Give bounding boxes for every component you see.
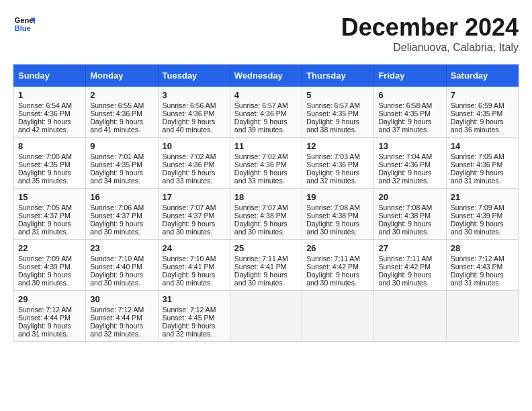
sunset-label: Sunset: 4:39 PM: [451, 212, 503, 220]
calendar-cell: 22 Sunrise: 7:09 AM Sunset: 4:39 PM Dayl…: [14, 240, 86, 291]
day-number: 30: [90, 294, 153, 304]
daylight-label: Daylight: 9 hours and 30 minutes.: [306, 271, 359, 287]
location-title: Delianuova, Calabria, Italy: [341, 42, 519, 54]
sunrise-label: Sunrise: 6:55 AM: [90, 101, 144, 109]
daylight-label: Daylight: 9 hours and 31 minutes.: [451, 271, 504, 287]
calendar-cell: 19 Sunrise: 7:08 AM Sunset: 4:38 PM Dayl…: [302, 189, 374, 240]
daylight-label: Daylight: 9 hours and 30 minutes.: [378, 220, 431, 236]
daylight-label: Daylight: 9 hours and 30 minutes.: [234, 271, 287, 287]
day-number: 8: [18, 141, 81, 151]
col-wednesday: Wednesday: [230, 65, 302, 87]
sunrise-label: Sunrise: 7:11 AM: [234, 255, 288, 263]
calendar-cell: 25 Sunrise: 7:11 AM Sunset: 4:41 PM Dayl…: [230, 240, 302, 291]
calendar-cell: 20 Sunrise: 7:08 AM Sunset: 4:38 PM Dayl…: [374, 189, 446, 240]
daylight-label: Daylight: 9 hours and 33 minutes.: [163, 169, 216, 185]
day-number: 14: [451, 141, 514, 151]
sunrise-label: Sunrise: 6:59 AM: [451, 101, 504, 109]
sunrise-label: Sunrise: 7:05 AM: [451, 152, 504, 161]
sunrise-label: Sunrise: 6:57 AM: [234, 101, 288, 109]
sunset-label: Sunset: 4:37 PM: [18, 212, 71, 220]
day-number: 31: [163, 294, 226, 304]
sunset-label: Sunset: 4:37 PM: [90, 212, 142, 220]
day-number: 28: [451, 243, 514, 253]
daylight-label: Daylight: 9 hours and 38 minutes.: [306, 118, 359, 134]
sunset-label: Sunset: 4:35 PM: [378, 109, 431, 118]
col-sunday: Sunday: [14, 65, 86, 87]
col-saturday: Saturday: [446, 65, 518, 87]
day-number: 18: [234, 192, 298, 202]
daylight-label: Daylight: 9 hours and 32 minutes.: [306, 169, 359, 185]
daylight-label: Daylight: 9 hours and 35 minutes.: [18, 169, 71, 185]
day-number: 19: [306, 192, 369, 202]
col-thursday: Thursday: [302, 65, 374, 87]
calendar-cell: [446, 291, 518, 342]
calendar-cell: 6 Sunrise: 6:58 AM Sunset: 4:35 PM Dayli…: [374, 87, 446, 138]
svg-text:Blue: Blue: [15, 24, 31, 32]
calendar-body: 1 Sunrise: 6:54 AM Sunset: 4:36 PM Dayli…: [14, 87, 519, 342]
day-number: 21: [451, 192, 514, 202]
sunrise-label: Sunrise: 7:06 AM: [90, 203, 144, 212]
daylight-label: Daylight: 9 hours and 31 minutes.: [18, 220, 71, 236]
calendar-cell: 11 Sunrise: 7:02 AM Sunset: 4:36 PM Dayl…: [230, 138, 302, 189]
calendar-row: 15 Sunrise: 7:05 AM Sunset: 4:37 PM Dayl…: [14, 189, 519, 240]
sunset-label: Sunset: 4:42 PM: [378, 263, 431, 271]
calendar-cell: 28 Sunrise: 7:12 AM Sunset: 4:43 PM Dayl…: [446, 240, 518, 291]
calendar-cell: [302, 291, 374, 342]
calendar-cell: [374, 291, 446, 342]
calendar-row: 22 Sunrise: 7:09 AM Sunset: 4:39 PM Dayl…: [14, 240, 519, 291]
sunrise-label: Sunrise: 7:08 AM: [378, 203, 432, 212]
sunset-label: Sunset: 4:38 PM: [234, 212, 287, 220]
sunset-label: Sunset: 4:41 PM: [163, 263, 215, 271]
day-number: 11: [234, 141, 298, 151]
calendar-cell: 27 Sunrise: 7:11 AM Sunset: 4:42 PM Dayl…: [374, 240, 446, 291]
calendar-cell: [230, 291, 302, 342]
daylight-label: Daylight: 9 hours and 31 minutes.: [18, 322, 71, 338]
month-title: December 2024: [341, 13, 519, 42]
daylight-label: Daylight: 9 hours and 34 minutes.: [90, 169, 143, 185]
sunrise-label: Sunrise: 7:00 AM: [18, 152, 72, 161]
sunset-label: Sunset: 4:41 PM: [234, 263, 287, 271]
calendar-row: 1 Sunrise: 6:54 AM Sunset: 4:36 PM Dayli…: [14, 87, 519, 138]
day-number: 20: [378, 192, 441, 202]
sunset-label: Sunset: 4:42 PM: [306, 263, 359, 271]
sunrise-label: Sunrise: 7:05 AM: [18, 203, 72, 212]
daylight-label: Daylight: 9 hours and 42 minutes.: [18, 118, 71, 134]
sunset-label: Sunset: 4:36 PM: [18, 109, 71, 118]
calendar-cell: 4 Sunrise: 6:57 AM Sunset: 4:36 PM Dayli…: [230, 87, 302, 138]
day-number: 9: [90, 141, 153, 151]
sunrise-label: Sunrise: 7:08 AM: [306, 203, 360, 212]
calendar-cell: 24 Sunrise: 7:10 AM Sunset: 4:41 PM Dayl…: [158, 240, 230, 291]
day-number: 26: [306, 243, 369, 253]
sunrise-label: Sunrise: 7:03 AM: [306, 152, 360, 161]
sunset-label: Sunset: 4:35 PM: [451, 109, 503, 118]
calendar-row: 29 Sunrise: 7:12 AM Sunset: 4:44 PM Dayl…: [14, 291, 519, 342]
day-number: 7: [451, 90, 514, 100]
calendar-cell: 31 Sunrise: 7:12 AM Sunset: 4:45 PM Dayl…: [158, 291, 230, 342]
sunrise-label: Sunrise: 7:01 AM: [90, 152, 144, 161]
sunrise-label: Sunrise: 7:11 AM: [306, 255, 360, 263]
sunrise-label: Sunrise: 7:09 AM: [18, 255, 72, 263]
daylight-label: Daylight: 9 hours and 36 minutes.: [451, 118, 504, 134]
daylight-label: Daylight: 9 hours and 30 minutes.: [306, 220, 359, 236]
daylight-label: Daylight: 9 hours and 30 minutes.: [18, 271, 71, 287]
sunset-label: Sunset: 4:39 PM: [18, 263, 71, 271]
sunrise-label: Sunrise: 7:10 AM: [90, 255, 144, 263]
header-row: Sunday Monday Tuesday Wednesday Thursday…: [14, 65, 519, 87]
calendar-cell: 30 Sunrise: 7:12 AM Sunset: 4:44 PM Dayl…: [86, 291, 158, 342]
calendar-cell: 1 Sunrise: 6:54 AM Sunset: 4:36 PM Dayli…: [14, 87, 86, 138]
logo: General Blue: [13, 13, 35, 35]
calendar-cell: 14 Sunrise: 7:05 AM Sunset: 4:36 PM Dayl…: [446, 138, 518, 189]
daylight-label: Daylight: 9 hours and 30 minutes.: [163, 271, 216, 287]
sunset-label: Sunset: 4:44 PM: [90, 314, 142, 322]
day-number: 10: [163, 141, 226, 151]
daylight-label: Daylight: 9 hours and 30 minutes.: [163, 220, 216, 236]
calendar-cell: 3 Sunrise: 6:56 AM Sunset: 4:36 PM Dayli…: [158, 87, 230, 138]
sunset-label: Sunset: 4:35 PM: [18, 161, 71, 169]
daylight-label: Daylight: 9 hours and 40 minutes.: [163, 118, 216, 134]
sunrise-label: Sunrise: 7:04 AM: [378, 152, 432, 161]
sunrise-label: Sunrise: 6:54 AM: [18, 101, 72, 109]
daylight-label: Daylight: 9 hours and 32 minutes.: [378, 169, 431, 185]
day-number: 29: [18, 294, 81, 304]
sunset-label: Sunset: 4:38 PM: [378, 212, 431, 220]
sunrise-label: Sunrise: 7:12 AM: [163, 306, 216, 314]
